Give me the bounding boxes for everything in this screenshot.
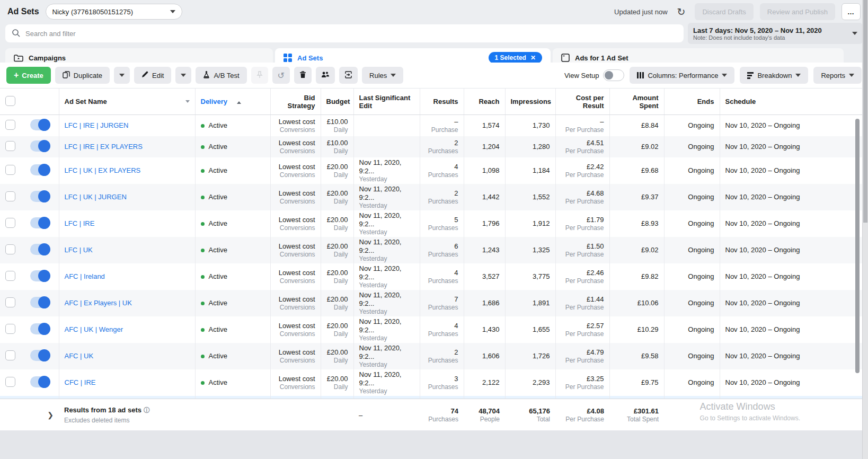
- more-options-button[interactable]: …: [842, 3, 861, 20]
- ad-set-name-link[interactable]: AFC | Ex Players | UK: [65, 299, 132, 307]
- toggle-knob: [38, 190, 50, 202]
- bid-strategy-cell: Lowest costConversions: [270, 210, 321, 237]
- refresh-button[interactable]: ↻: [674, 5, 689, 19]
- last-edit-cell: Nov 11, 2020, 9:2...Yesterday: [353, 237, 420, 263]
- tab-campaigns-label: Campaigns: [29, 54, 66, 62]
- status-toggle[interactable]: [30, 244, 50, 255]
- top-bar: Ad Sets Nicky (377618050151275) Updated …: [0, 0, 868, 23]
- ad-set-name-link[interactable]: AFC | UK: [65, 352, 94, 360]
- row-checkbox[interactable]: [5, 218, 15, 228]
- row-checkbox[interactable]: [5, 141, 15, 151]
- active-status-dot: [201, 169, 205, 173]
- header-schedule[interactable]: Schedule: [720, 89, 868, 115]
- header-ad-set-name[interactable]: Ad Set Name: [59, 89, 195, 115]
- toggle-knob: [38, 119, 50, 131]
- active-status-dot: [201, 145, 205, 149]
- reports-button[interactable]: Reports: [813, 67, 862, 84]
- edit-button[interactable]: Edit: [134, 67, 171, 84]
- row-checkbox[interactable]: [5, 191, 15, 201]
- status-toggle[interactable]: [30, 376, 50, 387]
- row-checkbox[interactable]: [5, 271, 15, 281]
- search-input[interactable]: [25, 30, 677, 38]
- bid-strategy-cell: Lowest costConversions: [270, 237, 321, 263]
- status-toggle[interactable]: [30, 297, 50, 308]
- delivery-cell: Active: [195, 136, 270, 157]
- active-status-dot: [201, 275, 205, 279]
- ad-set-name-link[interactable]: LFC | IRE | EX PLAYERS: [65, 143, 143, 151]
- header-impressions[interactable]: Impressions: [505, 89, 555, 115]
- ad-set-name-link[interactable]: LFC | UK | EX PLAYERS: [65, 166, 141, 174]
- header-delivery[interactable]: Delivery: [195, 89, 270, 115]
- header-last-significant-edit[interactable]: Last Significant Edit: [353, 89, 420, 115]
- duplicate-dropdown-button[interactable]: [114, 67, 130, 84]
- review-and-publish-button[interactable]: Review and Publish: [760, 3, 835, 20]
- cost-per-result-cell: £1.50Per Purchase: [555, 237, 609, 263]
- expand-summary-chevron[interactable]: ❯: [47, 411, 54, 419]
- rules-button[interactable]: Rules: [362, 67, 403, 84]
- header-cost-per-result[interactable]: Cost per Result: [555, 89, 609, 115]
- selected-count-badge[interactable]: 1 Selected ✕: [489, 52, 542, 64]
- ad-set-name-link[interactable]: LFC | UK: [65, 246, 93, 254]
- delivery-cell: Active: [195, 115, 270, 136]
- row-checkbox[interactable]: [5, 350, 15, 360]
- status-toggle[interactable]: [30, 191, 50, 202]
- search-box[interactable]: [5, 24, 684, 42]
- header-ends[interactable]: Ends: [664, 89, 720, 115]
- ad-set-name-link[interactable]: LFC | IRE: [65, 219, 95, 227]
- delivery-cell: Active: [195, 316, 270, 343]
- duplicate-button[interactable]: Duplicate: [55, 67, 110, 84]
- budget-cell: £20.00Daily: [321, 369, 353, 396]
- row-checkbox[interactable]: [5, 244, 15, 254]
- pin-button[interactable]: [251, 67, 268, 84]
- row-checkbox[interactable]: [5, 297, 15, 307]
- view-setup-toggle[interactable]: [603, 69, 624, 81]
- export-import-button[interactable]: [339, 67, 358, 84]
- ad-set-name-link[interactable]: LFC | UK | JURGEN: [65, 193, 127, 201]
- status-toggle[interactable]: [30, 140, 50, 152]
- row-checkbox[interactable]: [5, 324, 15, 334]
- status-toggle[interactable]: [30, 164, 50, 175]
- header-budget[interactable]: Budget: [321, 89, 353, 115]
- status-toggle[interactable]: [30, 323, 50, 334]
- audiences-button[interactable]: [316, 67, 335, 84]
- window-scrollbar-thumb[interactable]: [863, 0, 867, 223]
- status-toggle[interactable]: [30, 350, 50, 361]
- schedule-cell: Nov 10, 2020 – Ongoing: [720, 157, 868, 184]
- status-toggle[interactable]: [30, 270, 50, 281]
- ab-test-button[interactable]: A/B Test: [196, 67, 246, 84]
- row-checkbox[interactable]: [5, 120, 15, 130]
- breakdown-button[interactable]: Breakdown: [740, 67, 808, 84]
- window-scrollbar[interactable]: [862, 0, 868, 459]
- edit-dropdown-button[interactable]: [175, 67, 191, 84]
- header-results[interactable]: Results: [420, 89, 464, 115]
- row-checkbox[interactable]: [5, 377, 15, 387]
- amount-spent-cell: £9.58: [609, 343, 664, 369]
- discard-drafts-button[interactable]: Discard Drafts: [695, 3, 753, 20]
- create-button[interactable]: + Create: [6, 67, 51, 84]
- undo-button[interactable]: ↺: [272, 67, 290, 84]
- ad-set-name-link[interactable]: AFC | Ireland: [65, 272, 105, 280]
- close-icon[interactable]: ✕: [530, 54, 536, 61]
- status-toggle[interactable]: [30, 119, 50, 130]
- date-range-selector[interactable]: Last 7 days: Nov 5, 2020 – Nov 11, 2020 …: [688, 23, 863, 44]
- results-cell: 7Purchases: [420, 290, 464, 316]
- account-selector[interactable]: Nicky (377618050151275): [46, 4, 182, 20]
- cost-per-result-cell: £3.25Per Purchase: [555, 369, 609, 396]
- schedule-cell: Nov 10, 2020 – Ongoing: [720, 237, 868, 263]
- ad-set-name-link[interactable]: CFC | IRE: [65, 378, 96, 386]
- header-reach[interactable]: Reach: [464, 89, 505, 115]
- table-scrollbar-thumb[interactable]: [855, 119, 860, 373]
- header-bid-strategy[interactable]: Bid Strategy: [270, 89, 321, 115]
- search-icon: [12, 29, 20, 39]
- delete-button[interactable]: [294, 67, 312, 84]
- table-scrollbar[interactable]: [855, 116, 861, 398]
- ad-set-name-link[interactable]: LFC | IRE | JURGEN: [65, 121, 129, 129]
- rules-button-label: Rules: [369, 72, 387, 80]
- select-all-checkbox[interactable]: [5, 96, 15, 106]
- columns-button[interactable]: Columns: Performance: [630, 67, 734, 84]
- status-toggle[interactable]: [30, 217, 50, 228]
- ad-set-name-link[interactable]: AFC | UK | Wenger: [65, 325, 123, 333]
- row-checkbox[interactable]: [5, 165, 15, 175]
- header-amount-spent[interactable]: Amount Spent: [609, 89, 664, 115]
- info-icon[interactable]: ⓘ: [144, 407, 150, 414]
